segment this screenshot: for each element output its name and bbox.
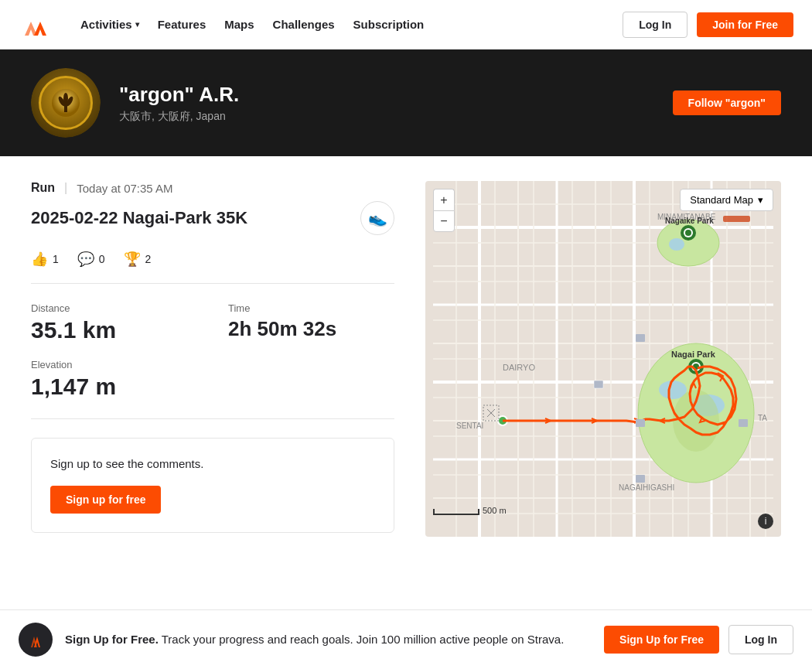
stats-divider (31, 283, 394, 284)
navbar-right: Log In Join for Free (623, 12, 793, 38)
nav-activities[interactable]: Activities ▾ (80, 18, 139, 31)
elevation-stat: Elevation 1,147 m (31, 359, 197, 400)
svg-text:SENTAI: SENTAI (456, 422, 483, 430)
activity-divider: | (64, 181, 67, 195)
svg-rect-68 (636, 475, 645, 483)
activity-title-row: 2025-02-22 Nagai-Park 35K 👟 (31, 201, 394, 235)
nav-maps[interactable]: Maps (224, 18, 254, 31)
banner-body: Track your progress and reach goals. Joi… (159, 633, 564, 646)
shoe-button[interactable]: 👟 (360, 201, 394, 235)
activity-panel: Run | Today at 07:35 AM 2025-02-22 Nagai… (31, 181, 425, 533)
avatar (31, 68, 101, 138)
follow-button[interactable]: Follow "argon" (673, 90, 781, 115)
comments-box: Sign up to see the comments. Sign up for… (31, 438, 394, 533)
comments-count: 0 (99, 253, 105, 265)
signup-free-button[interactable]: Sign up for free (50, 486, 161, 514)
svg-rect-5 (64, 106, 67, 112)
svg-text:NAGAIHIGASHI: NAGAIHIGASHI (619, 483, 674, 492)
activity-type-row: Run | Today at 07:35 AM (31, 181, 394, 195)
kudos-count: 1 (53, 253, 59, 265)
chevron-down-icon: ▾ (758, 194, 763, 206)
banner-logo (19, 623, 53, 657)
avatar-emblem (39, 76, 93, 130)
map-type-label: Standard Map (690, 194, 753, 206)
activity-title: 2025-02-22 Nagai-Park 35K (31, 208, 247, 228)
scale-label: 500 m (483, 506, 507, 515)
svg-text:Nagai Park: Nagai Park (671, 350, 716, 359)
join-button[interactable]: Join for Free (697, 12, 793, 37)
svg-text:TA: TA (758, 414, 767, 422)
svg-text:Nagaike Park: Nagaike Park (665, 217, 714, 225)
stats-grid: Distance 35.1 km Time 2h 50m 32s Elevati… (31, 302, 394, 400)
distance-label: Distance (31, 302, 197, 314)
distance-stat: Distance 35.1 km (31, 302, 197, 343)
zoom-in-button[interactable]: + (433, 189, 455, 210)
time-value: 2h 50m 32s (228, 317, 394, 341)
trophy-icon: 🏆 (124, 251, 141, 268)
achievements-count: 2 (145, 253, 152, 265)
map-scale: 500 m (433, 506, 507, 515)
map-zoom-controls: + − (433, 189, 455, 232)
banner-login-button[interactable]: Log In (728, 625, 793, 654)
banner-right: Sign Up for Free Log In (604, 625, 793, 654)
svg-rect-66 (636, 419, 645, 427)
main-content: Run | Today at 07:35 AM 2025-02-22 Nagai… (0, 156, 812, 561)
comment-icon: 💬 (77, 251, 94, 268)
svg-point-54 (685, 230, 691, 236)
nav-subscription[interactable]: Subscription (353, 18, 425, 31)
comments-text: Sign up to see the comments. (50, 457, 375, 470)
svg-text:DAIRYO: DAIRYO (503, 363, 535, 372)
map-info-button[interactable]: i (758, 514, 773, 529)
elevation-label: Elevation (31, 359, 197, 370)
svg-rect-69 (636, 334, 645, 342)
time-stat: Time 2h 50m 32s (228, 302, 394, 343)
banner-strong: Sign Up for Free. (65, 633, 159, 646)
zoom-out-button[interactable]: − (433, 210, 455, 232)
map-type-selector[interactable]: Standard Map ▾ (680, 189, 773, 211)
profile-header: "argon" A.R. 大阪市, 大阪府, Japan Follow "arg… (0, 49, 812, 156)
profile-name: "argon" A.R. (119, 83, 654, 107)
info-icon: i (765, 516, 767, 527)
svg-rect-64 (594, 381, 603, 388)
profile-info: "argon" A.R. 大阪市, 大阪府, Japan (119, 83, 654, 124)
banner-left: Sign Up for Free. Track your progress an… (19, 623, 564, 657)
chevron-down-icon: ▾ (135, 20, 139, 29)
achievements-item[interactable]: 🏆 2 (124, 251, 152, 268)
kudos-item[interactable]: 👍 1 (31, 251, 59, 268)
avatar-image (31, 68, 101, 138)
comments-item[interactable]: 💬 0 (77, 251, 105, 268)
kudos-row: 👍 1 💬 0 🏆 2 (31, 251, 394, 268)
stats-divider2 (31, 418, 394, 419)
time-label: Time (228, 302, 394, 314)
thumbs-up-icon: 👍 (31, 251, 48, 268)
banner-signup-button[interactable]: Sign Up for Free (604, 626, 719, 654)
nav-features[interactable]: Features (158, 18, 206, 31)
navbar: Activities ▾ Features Maps Challenges Su… (0, 0, 812, 49)
shoe-icon: 👟 (368, 209, 387, 227)
map-container: DAIRYO MINAMITANABE SENTAI NAGAIHIGASHI … (425, 181, 781, 537)
svg-rect-70 (723, 216, 750, 222)
login-button[interactable]: Log In (623, 12, 687, 38)
navbar-left: Activities ▾ Features Maps Challenges Su… (19, 14, 424, 36)
map-background: DAIRYO MINAMITANABE SENTAI NAGAIHIGASHI … (425, 181, 781, 537)
nav-challenges[interactable]: Challenges (273, 18, 335, 31)
map-controls-top: Standard Map ▾ (680, 189, 773, 211)
activity-type: Run (31, 181, 55, 195)
svg-rect-67 (739, 419, 748, 427)
banner-text: Sign Up for Free. Track your progress an… (65, 631, 564, 649)
nav-links: Activities ▾ Features Maps Challenges Su… (80, 18, 424, 31)
elevation-value: 1,147 m (31, 374, 197, 400)
activity-time: Today at 07:35 AM (77, 182, 172, 195)
svg-point-42 (669, 238, 684, 251)
strava-logo[interactable] (19, 14, 56, 36)
profile-location: 大阪市, 大阪府, Japan (119, 110, 654, 124)
distance-value: 35.1 km (31, 317, 197, 343)
scale-bar (433, 509, 479, 515)
bottom-banner: Sign Up for Free. Track your progress an… (0, 609, 812, 669)
